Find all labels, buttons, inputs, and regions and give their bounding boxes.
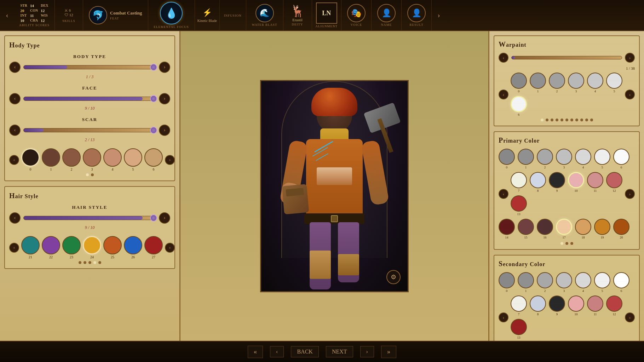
sc-circle-12[interactable] (606, 295, 622, 312)
skin-swatch-6[interactable]: 6 (144, 148, 163, 171)
pc-circle-5[interactable] (594, 149, 610, 165)
warpaint-swatch-6[interactable]: 6 (511, 96, 527, 116)
hair-dot-5[interactable] (98, 261, 101, 264)
skin-swatch-2[interactable]: 2 (62, 148, 81, 171)
warpaint-track[interactable] (511, 56, 622, 59)
hair-swatch-21[interactable]: 21 (21, 236, 40, 259)
face-prev-button[interactable]: ‹ (9, 93, 21, 104)
hair-swatch-23[interactable]: 23 (62, 236, 81, 259)
pc-circle-0[interactable] (499, 149, 515, 165)
pc-circle-7[interactable] (511, 172, 527, 188)
warpaint-circle-3[interactable] (568, 73, 584, 89)
hair-prev-button[interactable]: ‹ (9, 243, 19, 253)
skin-circle-1[interactable] (42, 148, 60, 167)
secondary-swatch-8[interactable]: 8 (530, 295, 546, 316)
name-button[interactable]: 👤 NAME (372, 0, 402, 30)
pc-circle-16[interactable] (537, 219, 553, 235)
primary-swatch-0[interactable]: 0 (499, 149, 515, 169)
warpaint-dot-7[interactable] (570, 119, 573, 121)
warpaint-dot-8[interactable] (575, 119, 578, 121)
body-type-prev-button[interactable]: ‹ (9, 62, 21, 73)
pc-circle-11[interactable] (587, 172, 603, 188)
sc-circle-5[interactable] (594, 272, 610, 288)
secondary-swatch-5[interactable]: 5 (594, 272, 610, 293)
pc-circle-3[interactable] (556, 149, 572, 165)
warpaint-swatch-prev[interactable]: ‹ (499, 90, 508, 99)
next-button[interactable]: NEXT (326, 346, 353, 357)
warpaint-dot-5[interactable] (560, 119, 563, 121)
skin-swatch-3[interactable]: 3 (83, 148, 101, 171)
hair-circle-27[interactable] (144, 236, 163, 254)
nav-next-top-button[interactable]: › (432, 0, 446, 30)
skip-forward-button[interactable]: » (381, 346, 396, 358)
primary-swatch-8[interactable]: 8 (530, 172, 546, 193)
hair-dot-2[interactable] (84, 261, 86, 264)
secondary-swatch-3[interactable]: 3 (556, 272, 572, 293)
skin-swatch-4[interactable]: 4 (103, 148, 122, 171)
skin-circle-6[interactable] (144, 148, 163, 167)
hair-circle-25[interactable] (103, 236, 122, 254)
skin-swatch-0[interactable]: 0 (21, 148, 40, 171)
primary-swatch-4[interactable]: 4 (575, 149, 591, 169)
scar-track[interactable] (23, 128, 156, 132)
primary-swatch-17[interactable]: 17 (556, 219, 572, 239)
pc-circle-2[interactable] (537, 149, 553, 165)
warpaint-swatch-2[interactable]: 2 (549, 73, 565, 93)
secondary-swatch-13[interactable]: 13 (511, 319, 527, 339)
forward-button[interactable]: › (360, 346, 374, 357)
secondary-swatch-4[interactable]: 4 (575, 272, 591, 293)
skin-circle-5[interactable] (124, 148, 142, 167)
pc-circle-19[interactable] (594, 219, 610, 235)
sc-circle-7[interactable] (511, 295, 527, 312)
primary-swatch-3[interactable]: 3 (556, 149, 572, 169)
warpaint-dot-1[interactable] (541, 119, 544, 121)
pc-circle-10[interactable] (568, 172, 584, 188)
pc-circle-15[interactable] (518, 219, 534, 235)
secondary-swatch-1[interactable]: 1 (518, 272, 534, 293)
secondary-swatch-2[interactable]: 2 (537, 272, 553, 293)
pc-circle-6[interactable] (613, 149, 629, 165)
pc-circle-20[interactable] (613, 219, 629, 235)
hair-swatch-22[interactable]: 22 (42, 236, 60, 259)
hair-circle-21[interactable] (21, 236, 40, 254)
primary-swatch-5[interactable]: 5 (594, 149, 610, 169)
face-next-button[interactable]: › (159, 93, 170, 104)
primary-swatch-15[interactable]: 15 (518, 219, 534, 239)
warpaint-circle-6[interactable] (511, 96, 527, 112)
primary-swatch-2[interactable]: 2 (537, 149, 553, 169)
sc-circle-0[interactable] (499, 272, 515, 288)
prev-button[interactable]: ‹ (270, 346, 284, 357)
primary-swatch-18[interactable]: 18 (575, 219, 591, 239)
secondary-swatch-9[interactable]: 9 (549, 295, 565, 316)
feat-section[interactable]: 🐬 Combat Casting FEAT (83, 0, 148, 30)
hair-style-track[interactable] (23, 216, 156, 220)
warpaint-dot-11[interactable] (590, 119, 593, 121)
skin-circle-0[interactable] (21, 148, 40, 167)
hair-swatch-24[interactable]: 24 (83, 236, 101, 259)
warpaint-dot-9[interactable] (580, 119, 583, 121)
hair-dot-4[interactable] (93, 261, 96, 264)
deity-section[interactable]: 🦌 Erastil DEITY (283, 0, 312, 30)
sc-circle-10[interactable] (568, 295, 584, 312)
secondary-color-prev[interactable]: ‹ (499, 312, 508, 322)
secondary-swatch-0[interactable]: 0 (499, 272, 515, 293)
secondary-swatch-10[interactable]: 10 (568, 295, 584, 316)
pc-circle-14[interactable] (499, 219, 515, 235)
warpaint-circle-5[interactable] (606, 73, 622, 89)
elemental-focus-button[interactable]: 💧 ELEMENTAL FOCUS (148, 0, 195, 30)
hair-circle-26[interactable] (124, 236, 142, 254)
warpaint-swatch-next[interactable]: › (625, 90, 635, 99)
gear-button[interactable]: ⚙ (386, 270, 401, 284)
primary-swatch-9[interactable]: 9 (549, 172, 565, 193)
skin-circle-3[interactable] (83, 148, 101, 167)
hair-circle-24[interactable] (83, 236, 101, 254)
warpaint-swatch-3[interactable]: 3 (568, 73, 584, 93)
warpaint-circle-0[interactable] (511, 73, 527, 89)
pc-dot-2[interactable] (565, 242, 568, 245)
nav-prev-button[interactable]: ‹ (0, 0, 14, 30)
hair-style-next-button[interactable]: › (159, 212, 170, 224)
sc-circle-3[interactable] (556, 272, 572, 288)
sc-circle-2[interactable] (537, 272, 553, 288)
kinetic-blade-button[interactable]: ⚡ Kinetic Blade (195, 0, 220, 31)
skin-dot-2[interactable] (91, 173, 94, 176)
